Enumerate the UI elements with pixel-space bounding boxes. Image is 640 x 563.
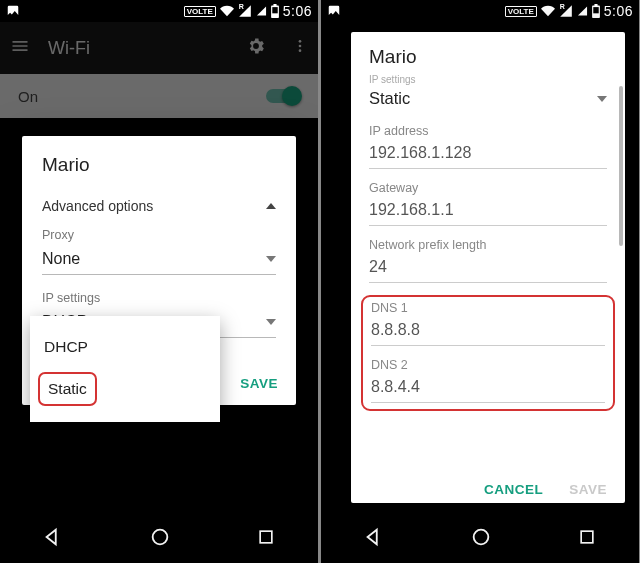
chevron-down-icon xyxy=(266,256,276,262)
gateway-input[interactable]: 192.168.1.1 xyxy=(369,197,607,226)
gateway-label: Gateway xyxy=(369,181,607,195)
ip-address-label: IP address xyxy=(369,124,607,138)
back-button[interactable] xyxy=(363,526,385,552)
dns1-label: DNS 1 xyxy=(371,301,605,315)
home-button[interactable] xyxy=(149,526,171,552)
save-button[interactable]: SAVE xyxy=(240,376,278,391)
status-bar: VOLTE R 5:06 xyxy=(321,0,639,22)
phone-right: VOLTE R 5:06 Mario IP settings Static IP… xyxy=(321,0,639,563)
chevron-up-icon xyxy=(266,203,276,209)
dropdown-option-dhcp[interactable]: DHCP xyxy=(30,326,220,368)
battery-icon xyxy=(592,4,600,18)
nav-bar xyxy=(321,515,639,563)
battery-icon xyxy=(271,4,279,18)
svg-rect-8 xyxy=(581,531,593,543)
dialog-title: Mario xyxy=(42,154,276,176)
wifi-icon xyxy=(220,4,234,18)
wifi-icon xyxy=(541,4,555,18)
wifi-network-dialog: Mario IP settings Static IP address 192.… xyxy=(351,32,625,503)
status-clock: 5:06 xyxy=(283,3,312,19)
advanced-options-row[interactable]: Advanced options xyxy=(42,198,276,214)
proxy-label: Proxy xyxy=(42,228,276,242)
dns1-input[interactable]: 8.8.8.8 xyxy=(371,317,605,346)
status-bar: VOLTE R 5:06 xyxy=(0,0,318,22)
recent-button[interactable] xyxy=(577,527,597,551)
phone-left: VOLTE R 5:06 Wi-Fi On Mario Advanced opt… xyxy=(0,0,318,563)
scrollbar-thumb[interactable] xyxy=(619,86,623,246)
ip-settings-dropdown: DHCP Static xyxy=(30,316,220,422)
save-button[interactable]: SAVE xyxy=(569,482,607,497)
dns2-label: DNS 2 xyxy=(371,358,605,372)
dns2-input[interactable]: 8.8.4.4 xyxy=(371,374,605,403)
dns-highlight: DNS 1 8.8.8.8 DNS 2 8.8.4.4 xyxy=(361,295,615,411)
advanced-options-label: Advanced options xyxy=(42,198,266,214)
signal-icon-2 xyxy=(256,4,267,18)
status-clock: 5:06 xyxy=(604,3,633,19)
svg-point-4 xyxy=(153,530,168,545)
prefix-input[interactable]: 24 xyxy=(369,254,607,283)
svg-rect-0 xyxy=(272,7,277,13)
back-button[interactable] xyxy=(42,526,64,552)
home-button[interactable] xyxy=(470,526,492,552)
chevron-down-icon xyxy=(266,319,276,325)
dialog-actions: CANCEL SAVE xyxy=(351,472,625,503)
ip-settings-label: IP settings xyxy=(369,74,607,85)
chevron-down-icon xyxy=(597,96,607,102)
svg-rect-5 xyxy=(260,531,272,543)
svg-point-7 xyxy=(474,530,489,545)
signal-icon: R xyxy=(559,4,573,18)
dropdown-option-static[interactable]: Static xyxy=(38,372,97,406)
prefix-label: Network prefix length xyxy=(369,238,607,252)
screenshot-icon xyxy=(6,4,20,18)
nav-bar xyxy=(0,515,318,563)
recent-button[interactable] xyxy=(256,527,276,551)
volte-badge: VOLTE xyxy=(505,6,537,17)
signal-icon-2 xyxy=(577,4,588,18)
svg-rect-6 xyxy=(593,7,598,13)
proxy-select[interactable]: None xyxy=(42,246,276,275)
signal-icon: R xyxy=(238,4,252,18)
volte-badge: VOLTE xyxy=(184,6,216,17)
ip-settings-select[interactable]: Static xyxy=(369,85,607,124)
ip-address-input[interactable]: 192.168.1.128 xyxy=(369,140,607,169)
cancel-button[interactable]: CANCEL xyxy=(484,482,543,497)
screenshot-icon xyxy=(327,4,341,18)
ip-settings-label: IP settings xyxy=(42,291,276,305)
dialog-title: Mario xyxy=(369,46,607,68)
